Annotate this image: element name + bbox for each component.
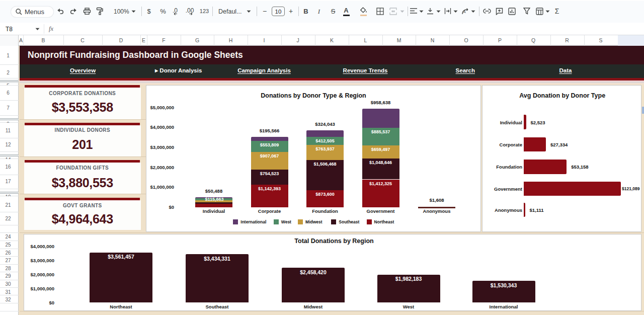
svg-text:A: A (463, 10, 466, 14)
